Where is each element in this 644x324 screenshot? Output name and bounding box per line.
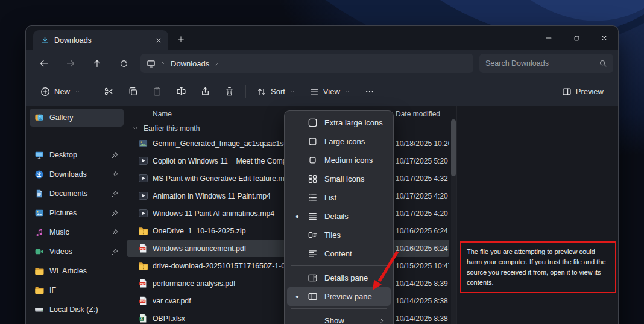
up-icon: [92, 59, 102, 68]
pin-icon: [111, 151, 119, 159]
close-icon: [600, 34, 608, 42]
group-label: Earlier this month: [144, 124, 200, 133]
view-menu-item-content[interactable]: Content: [287, 244, 391, 263]
sort-button[interactable]: Sort: [251, 81, 302, 103]
tab-title: Downloads: [54, 36, 148, 45]
rename-button[interactable]: [169, 81, 192, 103]
view-menu-item-details[interactable]: •Details: [287, 207, 391, 226]
delete-button[interactable]: [218, 81, 241, 103]
sidebar-item-pictures[interactable]: Pictures: [30, 204, 124, 222]
view-menu-item-small-icons[interactable]: Small icons: [287, 170, 391, 188]
scrollbar-thumb[interactable]: [451, 119, 456, 176]
menu-item-label: Medium icons: [324, 156, 386, 165]
breadcrumb-location[interactable]: Downloads: [171, 59, 209, 68]
sidebar-item-label: IF: [49, 286, 56, 294]
command-bar: New Sort View: [26, 77, 618, 106]
copy-icon: [128, 86, 138, 97]
file-date-modified: 10/16/2025 6:24: [396, 244, 449, 253]
menu-item-label: Large icons: [324, 137, 386, 146]
drive-icon: [34, 305, 44, 314]
paste-button[interactable]: [145, 81, 168, 103]
sidebar-nav: GalleryDesktopDownloadsDocumentsPictures…: [26, 106, 127, 324]
view-menu-item-show[interactable]: Show: [287, 311, 391, 324]
folder-icon: [34, 285, 44, 295]
sidebar-item-downloads[interactable]: Downloads: [30, 165, 124, 183]
minimize-button[interactable]: [535, 26, 563, 50]
file-date-modified: 10/14/2025 8:38: [396, 297, 449, 305]
file-date-modified: 10/17/2025 4:32: [396, 174, 449, 183]
view-menu-item-large-icons[interactable]: Large icons: [287, 132, 391, 151]
address-bar[interactable]: Downloads: [140, 54, 473, 73]
chevron-down-icon: [132, 125, 139, 132]
sidebar-item-wl-articles[interactable]: WL Articles: [30, 262, 124, 280]
sidebar-item-if[interactable]: IF: [30, 281, 124, 299]
column-header-date-modified[interactable]: Date modified: [396, 110, 440, 118]
folder-icon: [34, 266, 44, 276]
menu-item-label: Content: [324, 249, 386, 258]
sidebar-item-videos[interactable]: Videos: [30, 243, 124, 261]
file-date-modified: 10/14/2025 8:38: [396, 314, 449, 323]
pdf-file-icon: PDF: [138, 243, 148, 253]
file-date-modified: 10/18/2025 10:20: [396, 139, 449, 148]
view-menu-item-extra-large-icons[interactable]: Extra large icons: [287, 113, 391, 132]
search-input[interactable]: Search Downloads: [479, 54, 613, 73]
minimize-icon: [545, 34, 553, 42]
menu-separator: [291, 265, 387, 266]
toolbar-separator: [245, 85, 246, 98]
up-button[interactable]: [84, 54, 110, 73]
search-icon: [599, 59, 607, 68]
tab-close-button[interactable]: [153, 34, 165, 46]
cut-icon: [104, 86, 114, 97]
chevron-right-icon: [160, 60, 166, 67]
tab-downloads[interactable]: Downloads: [33, 30, 168, 50]
close-window-button[interactable]: [590, 26, 618, 50]
sidebar-item-documents[interactable]: Documents: [30, 185, 124, 203]
menu-item-label: Tiles: [324, 230, 386, 240]
menu-item-label: Preview pane: [324, 292, 386, 301]
sidebar-item-music[interactable]: Music: [30, 223, 124, 241]
new-tab-button[interactable]: [173, 31, 189, 47]
new-button[interactable]: New: [34, 81, 87, 103]
sort-label: Sort: [271, 87, 285, 96]
sidebar-item-gallery[interactable]: Gallery: [30, 109, 124, 127]
copy-button[interactable]: [121, 81, 144, 103]
svg-text:PDF: PDF: [140, 283, 145, 285]
view-menu-item-preview-pane[interactable]: •Preview pane: [287, 287, 391, 306]
zip-file-icon: [138, 261, 148, 271]
preview-pane-icon: [562, 87, 572, 97]
details-view-icon: [308, 211, 318, 221]
view-button[interactable]: View: [303, 81, 357, 103]
sidebar-item-local-disk-z[interactable]: Local Disk (Z:): [30, 300, 124, 319]
maximize-icon: [573, 34, 581, 42]
chevron-right-icon: [213, 60, 220, 67]
no-icon: [308, 316, 318, 324]
forward-button[interactable]: [57, 54, 84, 73]
more-options-button[interactable]: [358, 81, 381, 103]
pin-icon: [111, 248, 119, 256]
file-date-modified: 10/16/2025 6:24: [396, 227, 449, 235]
sidebar-item-label: Gallery: [49, 113, 74, 122]
view-menu-item-tiles[interactable]: Tiles: [287, 226, 391, 244]
menu-item-label: Small icons: [324, 174, 386, 183]
xlsx-file-icon: X: [138, 313, 148, 323]
paste-icon: [152, 86, 162, 97]
view-menu-item-details-pane[interactable]: Details pane: [287, 268, 391, 287]
search-placeholder: Search Downloads: [485, 59, 549, 68]
window-controls: [535, 26, 618, 50]
navigation-bar: Downloads Search Downloads: [26, 50, 618, 77]
cut-button[interactable]: [97, 81, 120, 103]
documents-icon: [34, 189, 44, 199]
refresh-button[interactable]: [110, 54, 137, 73]
back-button[interactable]: [31, 54, 57, 73]
small-icons-icon: [308, 174, 318, 184]
scrollbar[interactable]: [451, 119, 456, 324]
share-button[interactable]: [194, 81, 216, 103]
view-menu-item-list[interactable]: List: [287, 188, 391, 207]
sidebar-item-desktop[interactable]: Desktop: [30, 146, 124, 164]
menu-separator: [291, 308, 387, 309]
video-file-icon: [138, 191, 148, 201]
view-menu-item-medium-icons[interactable]: Medium icons: [287, 151, 391, 170]
preview-toggle-button[interactable]: Preview: [556, 81, 610, 103]
preview-warning-annotation: The file you are attempting to preview c…: [460, 241, 616, 293]
maximize-button[interactable]: [563, 26, 590, 50]
